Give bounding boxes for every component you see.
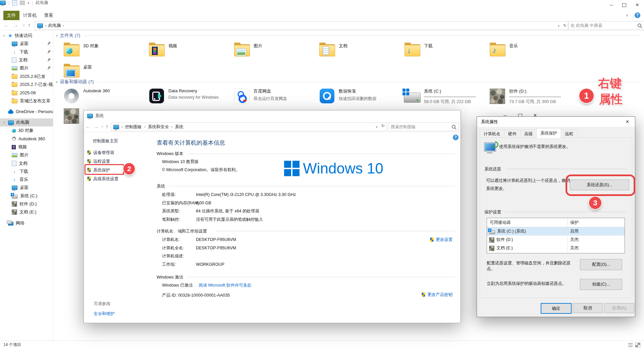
cancel-button[interactable]: 取消 [573,303,603,313]
new-folder-qat-icon[interactable] [20,1,25,5]
breadcrumb-item[interactable]: 控制面板 [125,124,142,130]
device-tile[interactable]: 百度网盘双击运行百度网盘 [233,88,317,105]
folder-tile[interactable]: 3D 对象 [63,42,146,59]
folder-tile[interactable]: 图片 [233,42,317,59]
back-icon[interactable]: ← [85,121,92,132]
sidebar-item[interactable]: 育城已发布文章 [0,97,53,105]
change-settings-link[interactable]: 更改设置 [430,237,452,243]
sidebar-item[interactable]: 2025.2.6已发 [0,72,53,80]
annotation-step-3: 3 [589,197,601,209]
sidebar-item[interactable]: 文档 (E:) [0,208,53,216]
back-icon[interactable]: ← [3,20,10,30]
apply-button[interactable]: 应用(A) [604,303,634,313]
sidebar-item[interactable]: 图片 [0,151,53,159]
folders-section-header[interactable]: ∨ 文件夹 (7) [56,32,641,39]
link-label[interactable]: 更改设置 [436,237,452,243]
tab-硬件[interactable]: 硬件 [504,130,521,138]
nav-control-panel-home[interactable]: 控制面板主页 [87,137,159,145]
sidebar-item[interactable]: 3D 对象 [0,127,53,135]
forward-icon[interactable]: → [12,20,19,30]
license-terms-link[interactable]: 阅读 Microsoft 软件许可条款 [199,283,252,288]
protection-table-row[interactable]: 软件 (D:)关闭 [487,236,625,244]
thumbnail-view-icon[interactable] [636,343,640,347]
tab-view[interactable]: 查看 [40,11,57,20]
link-label[interactable]: 更改产品密钥 [427,292,452,298]
expander-chevron-icon[interactable]: ∨ [3,34,5,37]
security-maintenance-link[interactable]: 安全和维护 [94,311,115,317]
collapse-chevron-icon[interactable]: ∨ [56,34,58,37]
sidebar-item[interactable]: 桌面 [0,40,53,48]
protection-table-row[interactable]: 文档 (E:)关闭 [487,244,625,252]
device-tile[interactable]: 系统 (C:)58.0 GB 可用, 共 222 GB [404,88,487,105]
sidebar-item[interactable]: 视频 [0,143,53,151]
search-box[interactable]: 在 此电脑 中搜索 [568,21,644,30]
sidebar-item[interactable]: 软件 (D:) [0,200,53,208]
sidebar-item[interactable]: ↓下载 [0,167,53,176]
sidebar-item[interactable]: 2025-06 [0,89,53,97]
sidebar-item[interactable]: 2025.2.7-已发-视频 [0,81,53,89]
help-icon[interactable]: ? [635,12,640,18]
sidebar-item[interactable]: 图片 [0,64,53,72]
search-icon[interactable] [451,124,457,130]
sidebar-item[interactable]: ↓下载 [0,48,53,56]
refresh-icon[interactable]: ↻ [563,22,567,29]
control-panel-search-box[interactable]: 搜索控制面板 [388,122,459,131]
up-icon[interactable]: ↑ [103,121,111,132]
refresh-icon[interactable]: ↻ [381,123,385,131]
folder-tile[interactable]: ↓下载 [404,42,487,59]
address-dropdown-icon[interactable]: ∨ [557,22,560,29]
device-tile[interactable]: Data RecoveryData recovery for Windows [148,88,231,105]
create-button[interactable]: 创建(C)... [580,279,622,290]
change-product-key-link[interactable]: 更改产品密钥 [421,292,452,298]
nav-item[interactable]: 高级系统设置 [87,175,118,183]
sidebar-item[interactable]: Autodesk 360 [0,135,53,143]
tab-计算机名[interactable]: 计算机名 [480,130,504,138]
folder-tile[interactable]: 视频 [148,42,231,59]
configure-button[interactable]: 配置(O)... [580,259,622,270]
folder-tile[interactable]: ♪音乐 [489,42,572,59]
sidebar-item[interactable]: 文档 [0,159,53,167]
collapse-chevron-icon[interactable]: ∨ [56,80,58,84]
maximize-button[interactable] [618,0,631,10]
sidebar-item[interactable]: OneDrive - Personal [0,108,53,116]
device-tile[interactable]: 数据恢复快速找回误删的数据 [319,88,402,105]
sidebar-item[interactable]: 网络 [0,219,53,227]
device-tile[interactable]: Autodesk 360 [63,88,146,105]
pane-divider[interactable] [53,31,53,341]
expander-chevron-icon[interactable]: ∨ [3,121,5,124]
breadcrumb[interactable]: ›控制面板›系统和安全›系统∨↻ [111,122,387,131]
sidebar-item[interactable]: 系统 (C:) [0,192,53,200]
breadcrumb-item[interactable]: 系统 [175,124,183,130]
address-bar[interactable]: › 此电脑 › ∨ ↻ [35,21,568,30]
protection-table-row[interactable]: 系统 (C:) (系统)启用 [487,227,625,236]
tab-file[interactable]: 文件 [3,11,19,20]
minimize-button[interactable] [605,0,618,10]
ribbon-collapse-chevron-icon[interactable]: ∨ [626,13,628,17]
tab-computer[interactable]: 计算机 [19,11,40,20]
address-dropdown-icon[interactable]: ∨ [376,123,378,131]
breadcrumb-item[interactable]: 系统和安全 [148,124,169,130]
up-icon[interactable]: ↑ [25,20,33,30]
qat-customize-chevron-icon[interactable]: ▾ [28,1,29,5]
folder-tile[interactable]: 文档 [319,42,402,59]
tab-远程[interactable]: 远程 [561,130,577,138]
protection-table[interactable]: 可用驱动器 保护 系统 (C:) (系统)启用软件 (D:)关闭文档 (E:)关… [487,218,625,253]
sidebar-item[interactable]: ∨快速访问 [0,32,53,40]
details-view-icon[interactable] [628,343,633,347]
search-icon[interactable] [637,23,642,28]
properties-qat-icon[interactable]: ✓ [12,0,17,5]
sidebar-item[interactable]: 文档 [0,56,53,64]
breadcrumb[interactable]: 此电脑 [48,23,61,29]
tab-高级[interactable]: 高级 [520,130,537,138]
close-icon[interactable]: ✕ [620,117,635,127]
close-button[interactable]: ✕ [631,0,644,10]
ok-button[interactable]: 确定 [541,303,572,314]
sidebar-item[interactable]: ∨此电脑 [0,118,53,127]
sidebar-item[interactable]: 桌面 [0,184,53,192]
devices-section-header[interactable]: ∨ 设备和驱动器 (7) [56,79,641,85]
tab-系统保护[interactable]: 系统保护 [536,128,561,138]
device-tile[interactable]: 软件 (D:)73.7 GB 可用, 共 300 GB [489,88,572,105]
nav-item[interactable]: 设备管理器 [87,149,114,157]
folder-tile[interactable]: 桌面 [63,63,146,80]
sidebar-item[interactable]: ♪音乐 [0,176,53,184]
